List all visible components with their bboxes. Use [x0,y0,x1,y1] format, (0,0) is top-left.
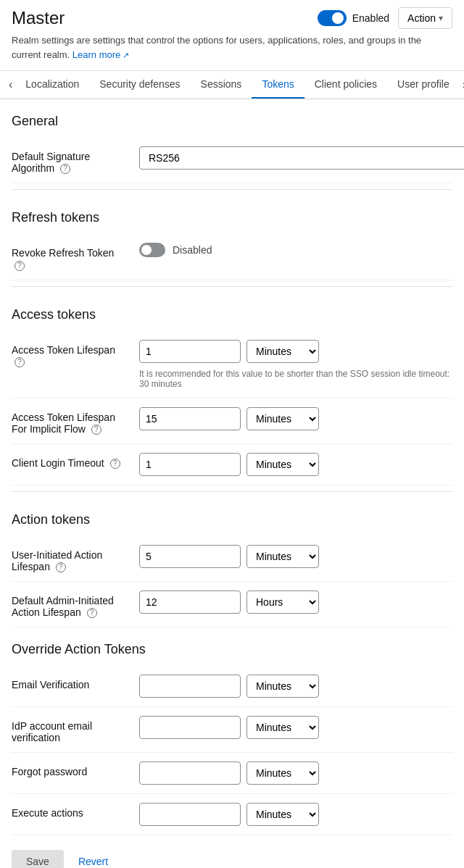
save-button[interactable]: Save [12,850,64,868]
select-access-token-lifespan-unit[interactable]: Seconds Minutes Hours Days [246,340,319,363]
input-idp-account-email-verification[interactable] [139,716,241,739]
field-default-admin-initiated-action-lifespan: Default Admin-Initiated Action Lifespan … [12,582,452,627]
select-user-initiated-unit[interactable]: Seconds Minutes Hours Days [246,545,319,568]
control-revoke-refresh-token: Disabled [139,243,452,257]
tab-localization[interactable]: Localization [15,71,89,99]
content-area: General Default Signature Algorithm ? RS… [0,99,464,835]
input-group-implicit: Seconds Minutes Hours Days [139,407,452,430]
enabled-label: Enabled [352,12,389,24]
tab-sessions[interactable]: Sessions [191,71,252,99]
label-access-token-lifespan-implicit: Access Token Lifespan For Implicit Flow … [12,407,128,435]
tab-tokens[interactable]: Tokens [252,71,304,99]
enabled-toggle[interactable] [318,10,347,26]
nav-next-arrow[interactable]: › [460,72,464,97]
action-button-label: Action [407,12,436,24]
select-execute-actions-unit[interactable]: Seconds Minutes Hours Days [246,803,319,826]
tab-security-defenses[interactable]: Security defenses [89,71,190,99]
field-execute-actions: Execute actions Seconds Minutes Hours Da… [12,794,452,835]
field-user-initiated-action-lifespan: User-Initiated Action Lifespan ? Seconds… [12,536,452,582]
input-group-user-initiated: Seconds Minutes Hours Days [139,545,452,568]
revoke-refresh-toggle[interactable] [139,243,165,257]
field-access-token-lifespan-implicit: Access Token Lifespan For Implicit Flow … [12,398,452,444]
select-access-token-lifespan-implicit-unit[interactable]: Seconds Minutes Hours Days [246,407,319,430]
control-client-login-timeout: Seconds Minutes Hours Days [139,453,452,476]
input-email-verification[interactable] [139,675,241,698]
help-icon-access-lifespan[interactable]: ? [14,357,25,367]
label-user-initiated-action-lifespan: User-Initiated Action Lifespan ? [12,545,128,572]
select-admin-initiated-unit[interactable]: Seconds Minutes Hours Days [246,591,319,614]
nav-prev-arrow[interactable]: ‹ [6,72,15,97]
page-title: Master [12,8,65,28]
control-default-signature-algorithm: RS256 RS384 RS512 ES256 ES384 ES512 PS25… [139,146,464,170]
control-execute-actions: Seconds Minutes Hours Days [139,803,452,826]
label-default-signature-algorithm: Default Signature Algorithm ? [12,146,128,174]
help-icon-user-initiated[interactable]: ? [56,562,66,572]
control-forgot-password: Seconds Minutes Hours Days [139,761,452,785]
section-refresh-tokens-title: Refresh tokens [12,196,452,234]
label-forgot-password: Forgot password [12,761,128,777]
label-default-admin-initiated-action-lifespan: Default Admin-Initiated Action Lifespan … [12,591,128,618]
tab-user-profile[interactable]: User profile [387,71,460,99]
label-revoke-refresh-token: Revoke Refresh Token ? [12,243,128,270]
field-email-verification: Email Verification Seconds Minutes Hours… [12,666,452,707]
input-group-idp-verification: Seconds Minutes Hours Days [139,716,452,739]
select-idp-verification-unit[interactable]: Seconds Minutes Hours Days [246,716,319,739]
control-user-initiated-action-lifespan: Seconds Minutes Hours Days [139,545,452,568]
input-group-email-verification: Seconds Minutes Hours Days [139,675,452,698]
nav-tabs: ‹ Localization Security defenses Session… [0,71,464,99]
chevron-down-icon: ▾ [439,13,443,23]
tab-client-policies[interactable]: Client policies [304,71,387,99]
select-email-verification-unit[interactable]: Seconds Minutes Hours Days [246,675,319,698]
revert-button[interactable]: Revert [75,850,111,868]
label-idp-account-email-verification: IdP account email verification [12,716,128,743]
input-admin-initiated-action-lifespan[interactable] [139,591,241,614]
input-group-access-lifespan: Seconds Minutes Hours Days [139,340,452,363]
footer: Save Revert [0,835,464,868]
help-icon-implicit[interactable]: ? [91,425,102,435]
input-forgot-password[interactable] [139,761,241,785]
input-group-admin-initiated: Seconds Minutes Hours Days [139,591,452,614]
learn-more-link[interactable]: Learn more [72,49,130,60]
field-forgot-password: Forgot password Seconds Minutes Hours Da… [12,753,452,794]
select-forgot-password-unit[interactable]: Seconds Minutes Hours Days [246,761,319,785]
label-execute-actions: Execute actions [12,803,128,819]
select-signature-algorithm[interactable]: RS256 RS384 RS512 ES256 ES384 ES512 PS25… [139,146,464,170]
section-override-action-tokens-title: Override Action Tokens [12,627,452,666]
hint-access-token-lifespan: It is recommended for this value to be s… [139,369,452,389]
select-client-login-timeout-unit[interactable]: Seconds Minutes Hours Days [246,453,319,476]
input-execute-actions[interactable] [139,803,241,826]
input-access-token-lifespan[interactable] [139,340,241,363]
enabled-toggle-container: Enabled [318,10,389,26]
input-group-forgot-password: Seconds Minutes Hours Days [139,761,452,785]
control-email-verification: Seconds Minutes Hours Days [139,675,452,698]
section-access-tokens-title: Access tokens [12,293,452,331]
label-access-token-lifespan: Access Token Lifespan ? [12,340,128,367]
label-email-verification: Email Verification [12,675,128,690]
control-default-admin-initiated-action-lifespan: Seconds Minutes Hours Days [139,591,452,614]
field-revoke-refresh-token: Revoke Refresh Token ? Disabled [12,234,452,280]
action-button[interactable]: Action ▾ [398,7,452,29]
toggle-row-revoke: Disabled [139,243,452,257]
help-icon-client-login[interactable]: ? [110,459,120,469]
field-client-login-timeout: Client Login Timeout ? Seconds Minutes H… [12,444,452,485]
label-client-login-timeout: Client Login Timeout ? [12,453,128,469]
help-icon-revoke[interactable]: ? [14,261,25,271]
revoke-refresh-label: Disabled [173,244,212,256]
control-idp-account-email-verification: Seconds Minutes Hours Days [139,716,452,739]
input-access-token-lifespan-implicit[interactable] [139,407,241,430]
section-action-tokens-title: Action tokens [12,498,452,536]
control-access-token-lifespan-implicit: Seconds Minutes Hours Days [139,407,452,430]
input-group-client-login: Seconds Minutes Hours Days [139,453,452,476]
field-default-signature-algorithm: Default Signature Algorithm ? RS256 RS38… [12,138,452,183]
section-general-title: General [12,99,452,138]
input-user-initiated-action-lifespan[interactable] [139,545,241,568]
control-access-token-lifespan: Seconds Minutes Hours Days It is recomme… [139,340,452,389]
help-icon-admin-initiated[interactable]: ? [87,608,97,618]
field-access-token-lifespan: Access Token Lifespan ? Seconds Minutes … [12,331,452,398]
field-idp-account-email-verification: IdP account email verification Seconds M… [12,707,452,753]
input-group-execute-actions: Seconds Minutes Hours Days [139,803,452,826]
help-icon-signature[interactable]: ? [60,164,70,174]
input-client-login-timeout[interactable] [139,453,241,476]
description-text: Realm settings are settings that control… [0,33,464,71]
